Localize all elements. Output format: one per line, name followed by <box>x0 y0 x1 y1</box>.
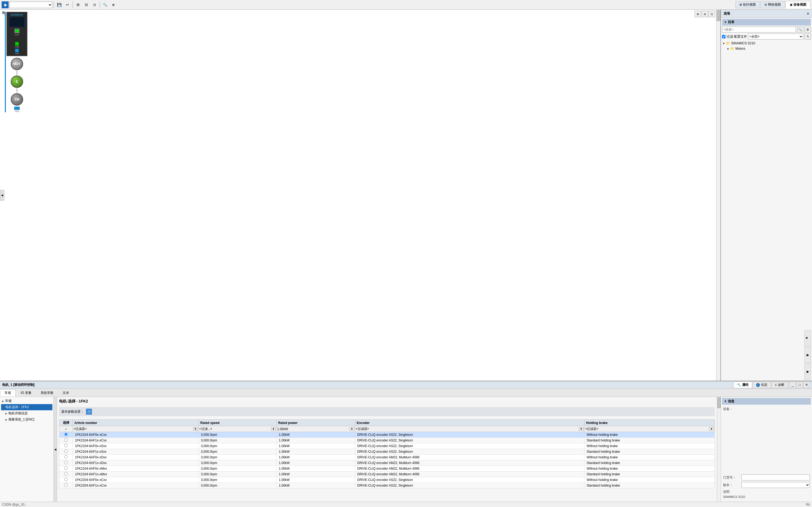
table-row[interactable]: 1FK2204-6AF0x-xCxx3,000.0rpm1.00kWDRIVE-… <box>59 477 715 483</box>
props-tab-sysconst[interactable]: 系统常数 <box>36 389 58 397</box>
config-select[interactable]: <全部> <box>748 34 803 40</box>
undo-btn[interactable]: ↩ <box>64 1 71 9</box>
diagram-scrollbar-v[interactable] <box>716 10 720 381</box>
table-row[interactable]: 1FK2104-6AF0x-xSxx3,000.0rpm1.00kWDRIVE-… <box>59 443 715 449</box>
tab-device[interactable]: 🖥 设备视图 <box>786 1 810 8</box>
tab-topology[interactable]: ⊞ 拓扑视图 <box>736 1 760 8</box>
panel-maximize-btn[interactable]: □ <box>797 382 803 388</box>
props-tab-general[interactable]: 常规 <box>0 389 15 397</box>
sm-component[interactable]: SM <box>11 93 23 106</box>
save-btn[interactable]: 💾 <box>55 1 63 9</box>
catalog-title[interactable]: ▼ 目录 <box>722 19 811 25</box>
tree-collapse-arrow[interactable]: ◀ <box>54 397 57 502</box>
table-scroll-thumb[interactable] <box>717 397 721 408</box>
tab-diagnostics[interactable]: ⚕ 诊断 <box>771 382 788 388</box>
select-cell[interactable] <box>59 466 73 471</box>
tree-item-sinamics[interactable]: ▶ 📁 SINAMICS S210 <box>722 41 811 46</box>
filter-brake-btn[interactable]: ▼ <box>709 427 714 431</box>
table-row[interactable]: 1FK2104-6AF0x-xCxx3,000.0rpm1.00kWDRIVE-… <box>59 432 715 438</box>
action-btn-1[interactable]: ▶ <box>805 330 811 346</box>
config-edit-btn[interactable]: ✎ <box>805 34 811 40</box>
select-cell[interactable] <box>59 471 73 477</box>
zoom-reset-btn[interactable]: ⊕ <box>110 1 117 9</box>
table-row[interactable]: 1FK2204-6AF1x-xCxx3,000.0rpm1.00kWDRIVE-… <box>59 483 715 489</box>
th-brake[interactable]: Holding brake <box>584 420 715 426</box>
table-row[interactable]: 1FK2104-6AF1x-xCxx3,000.0rpm1.00kWDRIVE-… <box>59 438 715 443</box>
expand-left-arrow[interactable]: ◀ <box>0 190 4 201</box>
order-input[interactable] <box>741 474 810 481</box>
drive-unit-dropdown[interactable]: 驱动单元_1 [S210 PN] <box>9 2 52 8</box>
select-cell[interactable] <box>59 449 73 455</box>
panel-minimize-btn[interactable]: _ <box>790 382 796 388</box>
ctrl-btn-maximize[interactable]: ⊡ <box>708 11 715 17</box>
ctrl-btn-2[interactable]: ⊟ <box>702 11 708 17</box>
filter-encoder-cell[interactable]: <过滤器> ▼ <box>355 426 584 432</box>
search-btn[interactable]: 🔍 <box>797 26 803 33</box>
filter-encoder-btn[interactable]: ▼ <box>579 427 584 431</box>
connector-x500[interactable] <box>14 107 20 110</box>
radio-btn[interactable] <box>64 466 68 470</box>
layout-btn[interactable]: ⊟ <box>82 1 90 9</box>
panel-close-btn[interactable]: ✕ <box>803 382 810 388</box>
filter-article-btn[interactable]: ▼ <box>193 427 198 431</box>
tree-node-motor-select[interactable]: 电机选择 - 1FK2 <box>1 404 52 410</box>
tree-node-general[interactable]: ▶ 常规 <box>1 398 52 404</box>
connector-x150-area[interactable] <box>15 42 19 46</box>
zoom-fit-btn[interactable]: 🔍 <box>101 1 109 9</box>
filter-power-cell[interactable]: 1.00kW ▼ <box>277 426 355 432</box>
tab-info[interactable]: i 信息 <box>753 382 771 388</box>
radio-btn[interactable] <box>64 444 68 447</box>
filter-power-btn[interactable]: ▼ <box>350 427 354 431</box>
catalog-options-btn[interactable]: ⚙ <box>805 26 811 33</box>
radio-btn[interactable] <box>64 433 68 436</box>
radio-btn[interactable] <box>64 478 68 481</box>
filter-brake-cell[interactable]: <过滤器> ▼ <box>584 426 715 432</box>
select-cell[interactable] <box>59 432 73 438</box>
action-btn-3[interactable]: ▶ <box>805 363 811 380</box>
catalog-search-input[interactable] <box>722 26 796 33</box>
select-cell[interactable] <box>59 477 73 483</box>
version-select[interactable] <box>741 482 810 488</box>
select-cell[interactable] <box>59 483 73 489</box>
radio-btn[interactable] <box>64 450 68 453</box>
props-tab-io[interactable]: IO 变量 <box>16 389 36 397</box>
drive-device[interactable]: SIEMENS X127 X150 <box>6 12 27 56</box>
info-section-title[interactable]: ▼ 信息 <box>722 398 811 405</box>
tree-node-measurement[interactable]: ▶ 测量系统_1 [ENC] <box>1 416 52 422</box>
select-cell[interactable] <box>59 460 73 466</box>
sidebar-close-btn[interactable]: ✕ <box>807 12 809 15</box>
filter-checkbox[interactable] <box>722 35 726 39</box>
filter-speed-btn[interactable]: ▼ <box>271 427 276 431</box>
th-article[interactable]: Article number <box>73 420 199 426</box>
select-cell[interactable] <box>59 438 73 443</box>
radio-btn[interactable] <box>64 472 68 475</box>
motor-component[interactable]: MOT <box>11 58 23 70</box>
split-btn[interactable]: ⊡ <box>91 1 98 9</box>
ctrl-btn-1[interactable]: ⊞ <box>695 11 701 17</box>
select-cell[interactable] <box>59 455 73 460</box>
filter-speed-cell[interactable]: <过滤...> ▼ <box>198 426 277 432</box>
connector-x127[interactable] <box>14 29 20 33</box>
action-btn-2[interactable]: ▶ <box>805 347 811 363</box>
app-icon-btn[interactable]: ◈ <box>2 1 9 8</box>
params-link-btn[interactable]: ↗ <box>86 409 92 414</box>
radio-btn[interactable] <box>64 438 68 442</box>
table-row[interactable]: 1FK2104-6AF0x-xMxx3,000.0rpm1.00kWDRIVE-… <box>59 466 715 471</box>
table-row[interactable]: 1FK2104-6AF1x-xDxx3,000.0rpm1.00kWDRIVE-… <box>59 460 715 466</box>
filter-article-cell[interactable]: <过滤器> ▼ <box>73 426 199 432</box>
radio-btn[interactable] <box>64 455 68 459</box>
th-power[interactable]: Rated power <box>277 420 355 426</box>
scroll-thumb-v[interactable] <box>716 10 720 21</box>
tree-item-motors[interactable]: ▶ 📁 Motors <box>722 46 811 51</box>
props-tab-text[interactable]: 文本 <box>58 389 74 397</box>
table-scrollbar-v[interactable] <box>717 397 721 502</box>
tab-network[interactable]: ⊟ 网络视图 <box>760 1 785 8</box>
tab-properties[interactable]: 🔧 属性 <box>734 382 752 388</box>
th-speed[interactable]: Rated speed <box>198 420 277 426</box>
encoder-component[interactable]: E <box>11 75 23 88</box>
table-row[interactable]: 1FK2104-6AF1x-xMxx3,000.0rpm1.00kWDRIVE-… <box>59 471 715 477</box>
table-row[interactable]: 1FK2104-6AF1x-xSxx3,000.0rpm1.00kWDRIVE-… <box>59 449 715 455</box>
select-cell[interactable] <box>59 443 73 449</box>
grid-btn[interactable]: ⊞ <box>74 1 82 9</box>
th-encoder[interactable]: Encoder <box>355 420 584 426</box>
